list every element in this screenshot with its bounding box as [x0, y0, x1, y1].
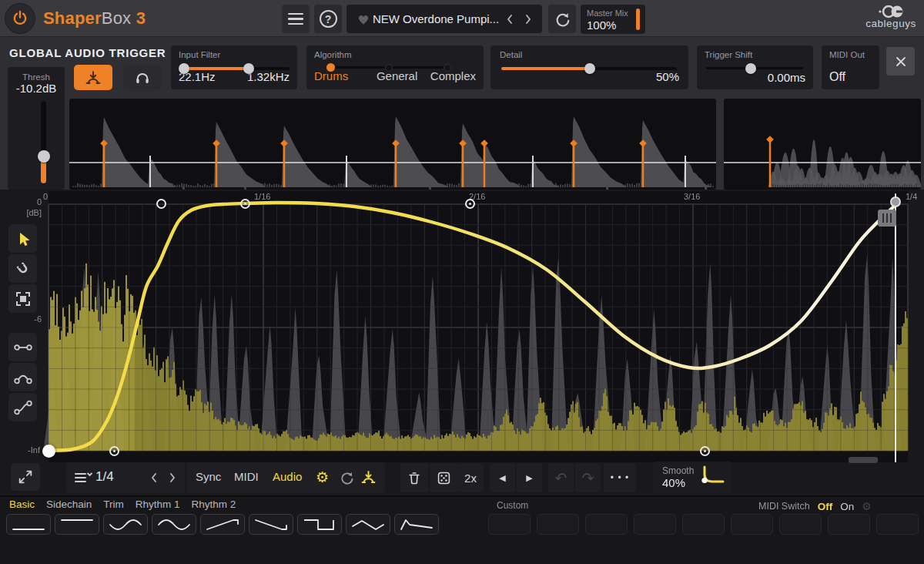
tab-rhythm-2[interactable]: Rhythm 2 — [192, 499, 236, 510]
custom-slot[interactable] — [634, 514, 676, 535]
trash-icon — [407, 471, 421, 485]
double-wave-button[interactable]: 2x — [457, 463, 484, 492]
algorithm-dot-complex[interactable] — [444, 64, 451, 72]
wave-preset-saw-up[interactable] — [200, 514, 245, 535]
custom-slot[interactable] — [488, 514, 531, 535]
audio-settings-gear-icon[interactable]: ⚙ — [316, 468, 329, 486]
select-tool-button[interactable] — [8, 284, 37, 313]
midi-switch-settings-icon[interactable]: ⚙ — [862, 500, 872, 512]
wave-preset-sine-down[interactable] — [103, 514, 148, 535]
curve-tool-button[interactable] — [8, 363, 37, 391]
playhead-grip[interactable] — [878, 210, 896, 227]
custom-slot[interactable] — [779, 514, 822, 535]
wave-preset-flat-low[interactable] — [6, 514, 51, 535]
shift-left-button[interactable]: ◀ — [490, 463, 515, 492]
preset-prev-button[interactable] — [500, 10, 519, 29]
midi-switch-on[interactable]: On — [840, 501, 854, 512]
midi-switch-off[interactable]: Off — [818, 501, 833, 512]
threshold-slider-handle[interactable] — [38, 150, 50, 163]
tab-basic[interactable]: Basic — [9, 499, 35, 510]
detail-handle[interactable] — [584, 63, 595, 74]
curve-node[interactable] — [465, 199, 475, 209]
s-curve-tool-button[interactable] — [8, 393, 37, 421]
delete-wave-button[interactable] — [400, 463, 428, 492]
help-icon: ? — [320, 10, 337, 28]
tab-sidechain[interactable]: Sidechain — [46, 499, 92, 510]
retrigger-loop-icon[interactable] — [339, 470, 354, 485]
randomize-button[interactable] — [430, 463, 457, 492]
wave-preset-triangle[interactable] — [346, 514, 390, 535]
input-filter-low-handle[interactable] — [179, 63, 189, 74]
rate-value[interactable]: 1/4 — [95, 469, 114, 485]
midi-out-value: Off — [829, 70, 872, 84]
trigger-shift-handle[interactable] — [745, 63, 756, 74]
midi-out-panel[interactable]: MIDI Out Off — [822, 45, 879, 89]
mode-midi[interactable]: MIDI — [234, 470, 259, 483]
custom-slot[interactable] — [682, 514, 725, 535]
loop-end-handle[interactable] — [890, 196, 901, 207]
s-curve-tool-icon — [12, 398, 34, 417]
power-button[interactable] — [5, 3, 35, 34]
rate-prev-button[interactable] — [145, 468, 163, 487]
custom-slot[interactable] — [828, 514, 870, 535]
snap-tool-button[interactable] — [8, 254, 37, 283]
curve-node[interactable] — [700, 446, 710, 456]
custom-slot[interactable] — [585, 514, 628, 535]
algorithm-dot-general[interactable] — [385, 64, 393, 72]
curve-node-start[interactable] — [42, 445, 55, 458]
wave-preset-flat-high[interactable] — [55, 514, 99, 535]
help-button[interactable]: ? — [314, 5, 342, 33]
algorithm-dot-drums[interactable] — [326, 63, 335, 72]
cableguys-logo: cableguys — [861, 4, 921, 35]
wave-preset-saw-down[interactable] — [249, 514, 293, 535]
master-mix-control[interactable]: Master Mix 100% — [581, 5, 645, 34]
master-mix-slider[interactable] — [636, 8, 640, 30]
expand-editor-button[interactable] — [11, 463, 40, 491]
algorithm-option-general[interactable]: General — [377, 69, 430, 82]
menu-button[interactable] — [282, 5, 310, 33]
curve-node[interactable] — [240, 199, 250, 209]
smooth-control[interactable]: Smooth 40% — [653, 462, 732, 493]
redo-button[interactable]: ↷ — [575, 463, 601, 492]
power-icon — [11, 9, 29, 28]
mode-audio[interactable]: Audio — [273, 470, 302, 483]
custom-slot[interactable] — [731, 514, 773, 535]
lfo-editor-canvas[interactable] — [0, 191, 924, 462]
audio-trigger-enable-button[interactable] — [74, 65, 112, 90]
curve-node[interactable] — [156, 199, 166, 209]
draw-tool-button[interactable] — [8, 224, 37, 253]
preset-selector[interactable]: NEW Overdone Pumpi... — [346, 5, 542, 33]
custom-slot[interactable] — [537, 514, 579, 535]
wave-preset-square[interactable] — [297, 514, 342, 535]
preset-next-button[interactable] — [519, 10, 537, 29]
mode-sync[interactable]: Sync — [196, 470, 221, 483]
trigger-monitor-button[interactable] — [123, 65, 162, 90]
tab-rhythm-1[interactable]: Rhythm 1 — [136, 499, 180, 510]
close-trigger-panel-button[interactable] — [886, 47, 915, 76]
preset-name: NEW Overdone Pumpi... — [371, 12, 500, 25]
curve-node[interactable] — [109, 446, 119, 456]
master-mix-label: Master Mix — [587, 8, 639, 18]
trigger-mode-icon[interactable] — [360, 469, 377, 485]
rate-next-button[interactable] — [163, 468, 182, 487]
magnet-icon — [14, 260, 32, 278]
shift-right-button[interactable]: ▶ — [517, 463, 542, 492]
rate-list-icon[interactable] — [74, 471, 92, 485]
input-filter-high-handle[interactable] — [243, 63, 254, 74]
editor-resize-grip[interactable] — [849, 457, 878, 463]
favorite-heart-icon[interactable] — [356, 12, 371, 27]
tab-trim[interactable]: Trim — [103, 499, 124, 510]
wave-preset-sine-up[interactable] — [152, 514, 196, 535]
custom-slot[interactable] — [876, 514, 919, 535]
algorithm-option-complex[interactable]: Complex — [430, 69, 476, 82]
line-tool-button[interactable] — [8, 333, 37, 361]
undo-button[interactable]: ↶ — [548, 463, 574, 492]
trigger-section-title: GLOBAL AUDIO TRIGGER — [9, 46, 166, 59]
marquee-icon — [16, 292, 30, 306]
timeline-1-16: 1/16 — [254, 192, 270, 201]
more-options-button[interactable]: • • • — [604, 463, 636, 492]
algorithm-option-drums[interactable]: Drums — [314, 69, 377, 82]
wave-preset-pluck[interactable] — [394, 514, 439, 535]
preset-reload-button[interactable] — [548, 5, 576, 33]
midi-switch-label: MIDI Switch — [758, 501, 810, 512]
